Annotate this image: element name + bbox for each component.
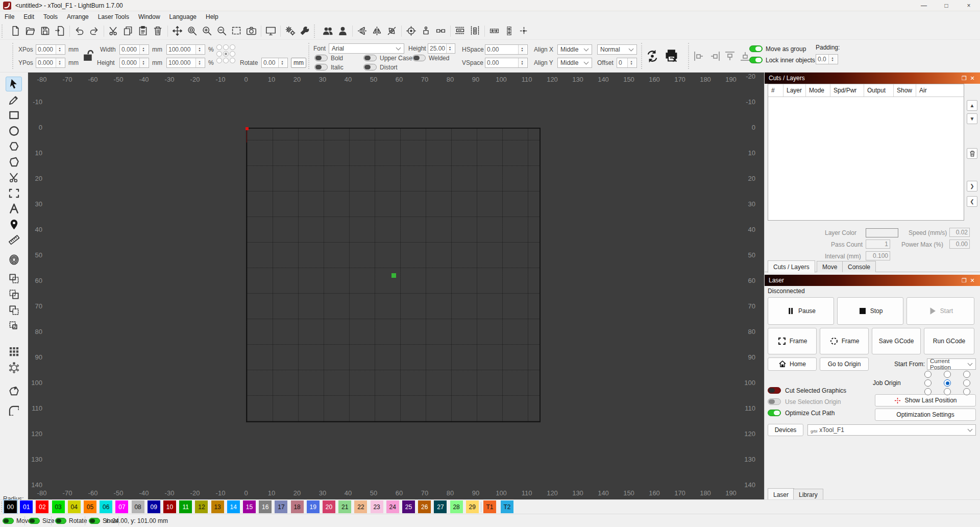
boolean-subtract-tool[interactable] [6,287,22,302]
italic-toggle[interactable] [314,64,328,70]
show-position-icon[interactable] [517,23,531,38]
select-tool[interactable] [6,77,22,91]
align-x-combo[interactable]: Middle [557,44,592,55]
devices-button[interactable]: Devices [768,424,803,436]
status-toggle-rotate[interactable]: Rotate [55,514,87,527]
shear-toggle[interactable] [89,518,100,524]
palette-color-26[interactable]: 26 [418,500,431,513]
palette-color-29[interactable]: 29 [466,500,479,513]
units-button[interactable]: mm [291,58,306,68]
machine-work-area[interactable] [246,128,541,422]
layer-up-button[interactable]: ▲ [967,100,977,111]
toolbar-handle[interactable] [688,43,689,69]
layer-delete-button[interactable] [967,148,977,159]
ellipse-tool[interactable] [6,124,22,138]
optimization-settings-button[interactable]: Optimization Settings [875,409,976,421]
palette-color-06[interactable]: 06 [100,500,112,513]
job-origin-radio[interactable] [944,379,951,387]
text-height-field[interactable]: 25.00▴▾ [428,43,455,54]
run-gcode-button[interactable]: Run GCode [924,328,974,354]
show-last-position-button[interactable]: Show Last Position [875,394,976,406]
tab-cuts-layers[interactable]: Cuts / Layers [768,260,815,273]
shape-properties-tool[interactable] [6,252,22,267]
column-header-layer[interactable]: Layer [783,84,806,97]
stop-button[interactable]: Stop [837,297,903,325]
polygon-tool[interactable] [6,139,22,154]
menu-file[interactable]: File [0,11,19,22]
welded-toggle[interactable] [412,55,426,61]
upper-case-toggle[interactable] [363,55,377,61]
new-file-icon[interactable] [8,23,23,38]
anchor-point-grid[interactable] [216,44,236,64]
float-panel-icon[interactable]: ❐ [960,75,968,82]
draw-lines-tool[interactable] [6,92,22,107]
select-rect-icon[interactable] [229,23,244,38]
match-width-icon[interactable] [487,23,502,38]
palette-color-T1[interactable]: T1 [483,500,496,513]
menu-help[interactable]: Help [201,11,223,22]
column-header-show[interactable]: Show [894,84,916,97]
monitor-icon[interactable] [263,23,278,38]
palette-color-18[interactable]: 18 [291,500,304,513]
mirror-diagonal-icon[interactable] [384,23,399,38]
palette-color-11[interactable]: 11 [179,500,192,513]
align-y-combo[interactable]: Middle [557,58,592,68]
palette-color-14[interactable]: 14 [227,500,240,513]
layer-down-button[interactable]: ▼ [967,113,977,124]
edit-nodes-tool[interactable] [6,155,22,170]
panel-expand-button[interactable]: ❯ [967,181,977,191]
panel-collapse-button[interactable]: ❮ [967,196,977,207]
push-right-icon[interactable] [708,50,721,62]
cut-icon[interactable] [106,23,121,38]
start-from-combo[interactable]: Current Position [927,358,976,370]
palette-color-24[interactable]: 24 [386,500,399,513]
menu-window[interactable]: Window [134,11,165,22]
vspace-field[interactable]: 0.00▴▾ [485,58,528,68]
push-up-icon[interactable] [724,50,736,62]
palette-color-25[interactable]: 25 [402,500,415,513]
fillet-tool[interactable] [6,403,22,418]
position-laser-tool[interactable] [6,217,22,232]
pause-button[interactable]: Pause [768,297,834,325]
menu-arrange[interactable]: Arrange [62,11,93,22]
push-left-icon[interactable] [693,50,705,62]
palette-color-02[interactable]: 02 [36,500,48,513]
tab-laser[interactable]: Laser [768,488,794,500]
boolean-intersect-tool[interactable] [6,319,22,333]
toolbar-handle[interactable] [12,43,13,69]
job-origin-radio[interactable] [924,388,932,395]
use-selection-origin-toggle[interactable] [768,398,781,405]
float-panel-icon[interactable]: ❐ [960,277,968,284]
palette-color-23[interactable]: 23 [371,500,383,513]
boolean-union-tool[interactable] [6,271,22,286]
rotate-toggle[interactable] [55,518,66,524]
status-toggle-size[interactable]: Size [29,514,54,527]
rectangle-tool[interactable] [6,108,22,123]
layers-list[interactable] [768,97,964,221]
xpos-field[interactable]: 0.000▴▾ [36,44,65,55]
width-field[interactable]: 0.000▴▾ [119,44,149,55]
tab-console[interactable]: Console [842,261,876,272]
job-origin-radio[interactable] [963,388,970,395]
palette-color-22[interactable]: 22 [354,500,367,513]
move-toggle[interactable] [3,518,14,524]
frame-circle-button[interactable]: Frame [820,328,869,354]
home-button[interactable]: Home [768,357,817,371]
job-origin-radio[interactable] [944,371,951,378]
distribute-h-icon[interactable] [453,23,468,38]
toolbar-handle[interactable] [314,25,319,38]
device-wrench-icon[interactable] [298,23,312,38]
zoom-in-icon[interactable] [200,23,214,38]
camera-icon[interactable] [244,23,259,38]
start-button[interactable]: Start [906,297,974,325]
speed-field[interactable]: 0.02 [949,228,970,237]
save-icon[interactable] [38,23,53,38]
column-header--[interactable]: # [768,84,783,97]
palette-color-21[interactable]: 21 [338,500,351,513]
toolbar-handle[interactable] [308,43,309,69]
ypos-field[interactable]: 0.000▴▾ [36,58,65,68]
settings-gears-icon[interactable] [283,23,298,38]
close-path-tool[interactable] [6,385,22,399]
palette-color-13[interactable]: 13 [211,500,224,513]
minimize-button[interactable]: — [913,0,935,11]
